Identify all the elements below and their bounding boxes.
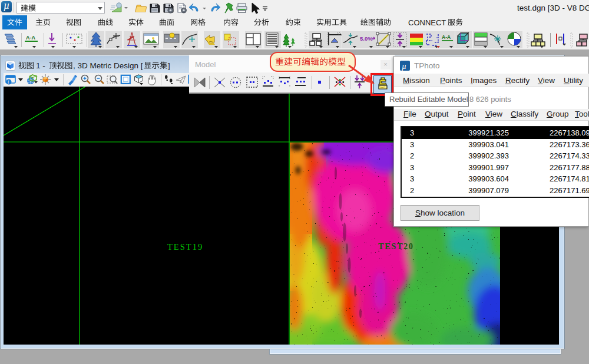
svg-text:A-A: A-A [442, 34, 451, 40]
svg-text:5.0%: 5.0% [360, 35, 373, 42]
svg-text:A-A: A-A [26, 35, 35, 41]
svg-text:i: i [8, 80, 9, 85]
svg-text:µ: µ [402, 62, 406, 71]
